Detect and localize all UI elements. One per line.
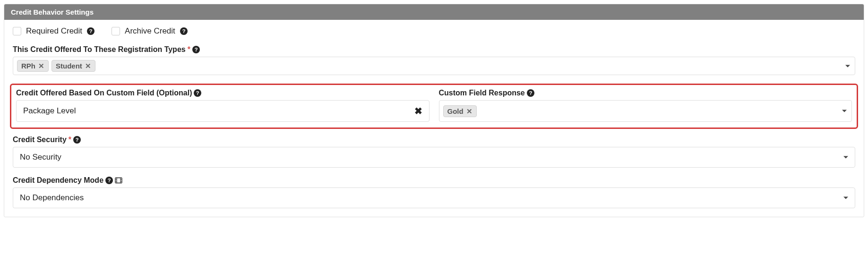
tag-rph: RPh ✕ <box>17 60 49 72</box>
tag-label: RPh <box>21 62 35 70</box>
custom-field-combo[interactable]: ✖ <box>16 100 430 122</box>
custom-response-label: Custom Field Response <box>439 89 525 97</box>
registration-types-label-row: This Credit Offered To These Registratio… <box>13 45 855 54</box>
clear-icon[interactable]: ✖ <box>408 105 429 117</box>
custom-field-label-row: Credit Offered Based On Custom Field (Op… <box>16 89 430 97</box>
required-asterisk: * <box>188 45 190 54</box>
help-icon[interactable]: ? <box>194 89 201 97</box>
dropdown-arrow-icon[interactable] <box>845 65 850 67</box>
credit-custom-field-col: Credit Offered Based On Custom Field (Op… <box>16 89 430 122</box>
checkbox-row: Required Credit ? Archive Credit ? <box>13 26 855 36</box>
credit-dependency-field: Credit Dependency Mode ? No Dependencies <box>13 176 855 208</box>
archive-credit-wrap: Archive Credit ? <box>112 26 188 36</box>
custom-field-label: Credit Offered Based On Custom Field (Op… <box>16 89 192 97</box>
credit-dependency-select[interactable]: No Dependencies <box>13 187 855 208</box>
svg-text:?: ? <box>529 90 532 96</box>
credit-behavior-panel: Credit Behavior Settings Required Credit… <box>4 4 864 217</box>
registration-types-label: This Credit Offered To These Registratio… <box>13 45 186 54</box>
tag-label: Student <box>56 62 82 70</box>
credit-security-field: Credit Security* ? No Security <box>13 136 855 168</box>
required-credit-label: Required Credit <box>26 26 82 36</box>
highlighted-custom-field-group: Credit Offered Based On Custom Field (Op… <box>10 84 858 129</box>
panel-body: Required Credit ? Archive Credit ? This … <box>4 20 864 217</box>
required-credit-checkbox[interactable] <box>13 27 21 35</box>
help-icon[interactable]: ? <box>73 136 81 144</box>
tag-student: Student ✕ <box>52 60 95 72</box>
help-icon[interactable]: ? <box>87 27 95 35</box>
custom-response-col: Custom Field Response ? Gold ✕ <box>439 89 852 122</box>
dropdown-arrow-icon[interactable] <box>842 110 847 112</box>
tag-remove-icon[interactable]: ✕ <box>38 62 44 69</box>
panel-title: Credit Behavior Settings <box>11 8 94 16</box>
svg-text:?: ? <box>195 47 198 52</box>
custom-response-label-row: Custom Field Response ? <box>439 89 852 97</box>
archive-credit-label: Archive Credit <box>125 26 175 36</box>
dropdown-arrow-icon[interactable] <box>843 197 848 199</box>
dropdown-arrow-icon[interactable] <box>843 156 848 159</box>
required-credit-wrap: Required Credit ? <box>13 26 95 36</box>
credit-security-label: Credit Security <box>13 136 67 144</box>
credit-security-select[interactable]: No Security <box>13 147 855 168</box>
custom-field-input[interactable] <box>17 102 408 120</box>
svg-rect-14 <box>115 178 122 183</box>
help-icon[interactable]: ? <box>180 27 188 35</box>
tag-remove-icon[interactable]: ✕ <box>466 108 473 115</box>
svg-text:?: ? <box>108 178 111 183</box>
help-icon[interactable]: ? <box>105 177 113 184</box>
archive-credit-checkbox[interactable] <box>112 27 120 35</box>
video-icon[interactable] <box>115 177 122 184</box>
registration-types-field: This Credit Offered To These Registratio… <box>13 45 855 75</box>
custom-response-multiselect[interactable]: Gold ✕ <box>439 100 852 122</box>
tag-label: Gold <box>447 107 464 115</box>
tag-remove-icon[interactable]: ✕ <box>85 62 91 69</box>
svg-text:?: ? <box>76 137 79 143</box>
required-asterisk: * <box>69 136 71 144</box>
svg-text:?: ? <box>182 28 185 34</box>
svg-text:?: ? <box>89 28 93 34</box>
help-icon[interactable]: ? <box>527 89 534 97</box>
credit-security-value: No Security <box>20 153 61 162</box>
svg-text:?: ? <box>196 90 199 96</box>
credit-dependency-value: No Dependencies <box>20 193 84 203</box>
credit-dependency-label: Credit Dependency Mode <box>13 176 103 185</box>
help-icon[interactable]: ? <box>192 46 200 53</box>
credit-dependency-label-row: Credit Dependency Mode ? <box>13 176 855 185</box>
registration-types-multiselect[interactable]: RPh ✕ Student ✕ <box>13 57 855 75</box>
credit-security-label-row: Credit Security* ? <box>13 136 855 144</box>
panel-header: Credit Behavior Settings <box>4 4 864 20</box>
tag-gold: Gold ✕ <box>443 105 477 117</box>
